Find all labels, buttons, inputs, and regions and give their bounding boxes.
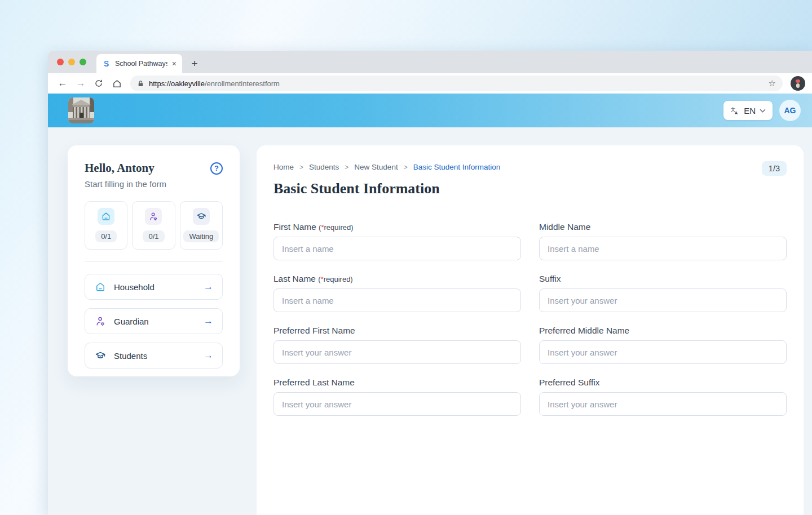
translate-icon: 文 A bbox=[730, 106, 740, 116]
breadcrumb-current: Basic Student Information bbox=[413, 163, 501, 171]
sidebar-item-household[interactable]: Household → bbox=[85, 274, 223, 300]
guardian-icon bbox=[94, 315, 107, 327]
form-panel: Home > Students > New Student > Basic St… bbox=[257, 145, 804, 515]
new-tab-button[interactable]: + bbox=[187, 56, 202, 72]
first-name-field-group: First Name (*required) bbox=[273, 222, 521, 260]
svg-text:S: S bbox=[104, 60, 109, 68]
step-badge: 1/3 bbox=[762, 161, 787, 176]
arrow-right-icon: → bbox=[204, 316, 213, 327]
students-icon bbox=[94, 349, 107, 362]
suffix-input[interactable] bbox=[539, 288, 787, 312]
tab-title: School Pathways bbox=[115, 60, 167, 68]
forward-icon[interactable]: → bbox=[73, 76, 89, 91]
last-name-field-group: Last Name (*required) bbox=[273, 274, 521, 312]
middle-name-input[interactable] bbox=[539, 237, 787, 260]
sidebar-divider bbox=[85, 261, 223, 262]
browser-tab-bar: S School Pathways × + bbox=[48, 51, 812, 73]
guardian-icon bbox=[145, 208, 162, 225]
preferred-suffix-field-group: Preferred Suffix bbox=[539, 378, 787, 416]
middle-name-field-group: Middle Name bbox=[539, 222, 787, 260]
page-title: Basic Student Information bbox=[273, 180, 787, 197]
browser-profile-avatar[interactable] bbox=[791, 76, 805, 91]
page-content: Hello, Antony ? Start filling in the for… bbox=[48, 127, 812, 515]
first-name-label: First Name (*required) bbox=[273, 222, 521, 232]
bookmark-star-icon[interactable]: ☆ bbox=[769, 78, 776, 88]
guardian-progress-badge: 0/1 bbox=[143, 230, 164, 242]
favicon-icon: S bbox=[102, 60, 111, 68]
middle-name-label: Middle Name bbox=[539, 222, 787, 232]
maximize-window-button[interactable] bbox=[80, 59, 86, 65]
preferred-first-name-label: Preferred First Name bbox=[273, 326, 521, 336]
preferred-first-name-input[interactable] bbox=[273, 340, 521, 364]
house-icon bbox=[94, 281, 107, 293]
house-icon bbox=[98, 208, 114, 225]
preferred-last-name-input[interactable] bbox=[273, 392, 521, 416]
home-icon[interactable] bbox=[109, 76, 125, 91]
greeting-text: Hello, Antony bbox=[85, 161, 155, 175]
form-grid: First Name (*required) Middle Name Last … bbox=[273, 222, 787, 429]
preferred-middle-name-label: Preferred Middle Name bbox=[539, 326, 787, 336]
preferred-suffix-input[interactable] bbox=[539, 392, 787, 416]
last-name-label: Last Name (*required) bbox=[273, 274, 521, 284]
preferred-first-name-field-group: Preferred First Name bbox=[273, 326, 521, 364]
students-progress-badge: Waiting bbox=[183, 230, 219, 242]
close-window-button[interactable] bbox=[57, 59, 64, 65]
user-avatar[interactable]: AG bbox=[779, 100, 801, 121]
school-logo[interactable] bbox=[68, 97, 94, 123]
breadcrumb-students[interactable]: Students bbox=[309, 163, 339, 171]
preferred-last-name-label: Preferred Last Name bbox=[273, 378, 521, 388]
household-progress-tile[interactable]: 0/1 bbox=[85, 201, 127, 250]
breadcrumb-home[interactable]: Home bbox=[273, 163, 294, 171]
breadcrumb-separator: > bbox=[404, 163, 408, 171]
lock-icon bbox=[137, 80, 144, 87]
students-progress-tile[interactable]: Waiting bbox=[180, 201, 223, 250]
svg-text:A: A bbox=[735, 110, 738, 116]
language-selector[interactable]: 文 A EN bbox=[723, 101, 773, 120]
arrow-right-icon: → bbox=[204, 350, 213, 361]
browser-tab[interactable]: S School Pathways × bbox=[96, 54, 182, 73]
suffix-label: Suffix bbox=[539, 274, 787, 284]
breadcrumb: Home > Students > New Student > Basic St… bbox=[273, 161, 500, 171]
progress-sidebar: Hello, Antony ? Start filling in the for… bbox=[68, 145, 240, 376]
breadcrumb-new-student[interactable]: New Student bbox=[354, 163, 398, 171]
back-icon[interactable]: ← bbox=[55, 76, 70, 91]
preferred-last-name-field-group: Preferred Last Name bbox=[273, 378, 521, 416]
household-progress-badge: 0/1 bbox=[95, 230, 117, 242]
preferred-suffix-label: Preferred Suffix bbox=[539, 378, 787, 388]
minimize-window-button[interactable] bbox=[68, 59, 75, 65]
first-name-input[interactable] bbox=[273, 237, 521, 260]
address-bar[interactable]: https://oakleyville/enrollmentinterestfo… bbox=[130, 76, 783, 91]
last-name-input[interactable] bbox=[273, 288, 521, 312]
sidebar-item-students[interactable]: Students → bbox=[85, 343, 223, 369]
suffix-field-group: Suffix bbox=[539, 274, 787, 312]
language-label: EN bbox=[744, 106, 756, 116]
progress-tiles: 0/1 0/1 bbox=[85, 201, 223, 250]
preferred-middle-name-input[interactable] bbox=[539, 340, 787, 364]
reload-icon[interactable] bbox=[91, 76, 107, 91]
guardian-progress-tile[interactable]: 0/1 bbox=[132, 201, 175, 250]
url-path: /enrollmentinterestform bbox=[205, 79, 280, 88]
sidebar-item-guardian[interactable]: Guardian → bbox=[85, 308, 223, 334]
window-controls bbox=[48, 51, 96, 73]
students-icon bbox=[193, 208, 210, 225]
preferred-middle-name-field-group: Preferred Middle Name bbox=[539, 326, 787, 364]
arrow-right-icon: → bbox=[204, 281, 213, 292]
app-header: 文 A EN AG bbox=[48, 94, 812, 127]
sidebar-item-label: Guardian bbox=[114, 317, 149, 326]
chevron-down-icon bbox=[760, 109, 766, 113]
greeting-subtitle: Start filling in the form bbox=[85, 179, 223, 189]
url-host: https://oakleyville bbox=[149, 79, 205, 88]
breadcrumb-separator: > bbox=[299, 163, 303, 171]
breadcrumb-separator: > bbox=[345, 163, 348, 171]
browser-toolbar: ← → https://oakleyville/enrollmentintere… bbox=[48, 73, 812, 94]
help-icon[interactable]: ? bbox=[210, 162, 223, 175]
sidebar-item-label: Students bbox=[114, 351, 147, 361]
tab-close-icon[interactable]: × bbox=[172, 59, 176, 68]
sidebar-item-label: Household bbox=[114, 282, 155, 292]
url-text: https://oakleyville/enrollmentinterestfo… bbox=[149, 79, 764, 88]
browser-window: S School Pathways × + ← → bbox=[48, 51, 812, 515]
